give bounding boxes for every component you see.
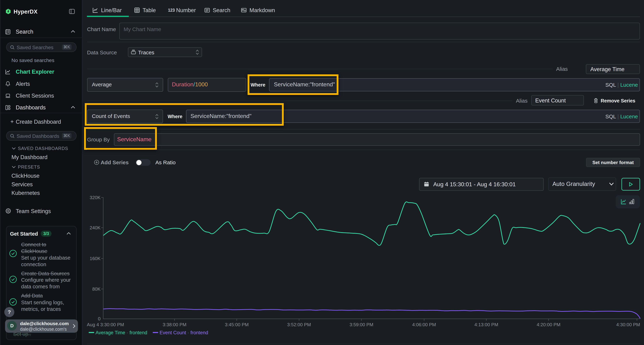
svg-text:240K: 240K [90,225,100,230]
svg-text:3:59:00 PM: 3:59:00 PM [350,322,373,327]
svg-text:4:30:00 PM: 4:30:00 PM [616,322,640,327]
svg-text:4:13:00 PM: 4:13:00 PM [474,322,498,327]
svg-text:Aug 4 3:30:00 PM: Aug 4 3:30:00 PM [87,322,124,327]
svg-text:160K: 160K [90,256,100,261]
svg-text:0: 0 [98,316,100,322]
svg-text:4:20:00 PM: 4:20:00 PM [537,322,560,327]
svg-text:80K: 80K [92,286,101,292]
svg-text:3:38:00 PM: 3:38:00 PM [162,322,186,327]
svg-text:3:52:00 PM: 3:52:00 PM [287,322,311,327]
svg-text:320K: 320K [90,195,100,200]
svg-text:4:06:00 PM: 4:06:00 PM [412,322,436,327]
svg-text:3:45:00 PM: 3:45:00 PM [225,322,249,327]
